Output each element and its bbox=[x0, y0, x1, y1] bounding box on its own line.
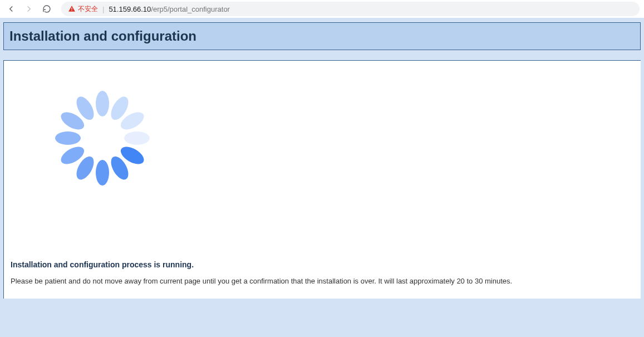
insecure-label: 不安全 bbox=[78, 4, 98, 14]
back-button[interactable] bbox=[4, 2, 18, 16]
forward-button[interactable] bbox=[22, 2, 36, 16]
insecure-warning-icon: 不安全 bbox=[68, 4, 98, 14]
page-header: Installation and configuration bbox=[3, 22, 641, 50]
svg-rect-0 bbox=[71, 8, 72, 10]
info-text: Please be patient and do not move away f… bbox=[11, 277, 634, 285]
loading-spinner-icon bbox=[55, 91, 150, 185]
page-title: Installation and configuration bbox=[9, 28, 635, 44]
content-panel: Installation and configuration process i… bbox=[3, 60, 641, 299]
page-body: Installation and configuration Installat… bbox=[0, 18, 644, 299]
url-separator: | bbox=[102, 5, 104, 13]
browser-toolbar: 不安全 | 51.159.66.10/erp5/portal_configura… bbox=[0, 0, 644, 18]
url-text: 51.159.66.10/erp5/portal_configurator bbox=[109, 5, 230, 13]
status-text: Installation and configuration process i… bbox=[11, 260, 634, 269]
spinner-area bbox=[11, 69, 634, 260]
svg-rect-1 bbox=[71, 10, 72, 11]
reload-button[interactable] bbox=[40, 2, 53, 16]
address-bar[interactable]: 不安全 | 51.159.66.10/erp5/portal_configura… bbox=[61, 2, 640, 16]
